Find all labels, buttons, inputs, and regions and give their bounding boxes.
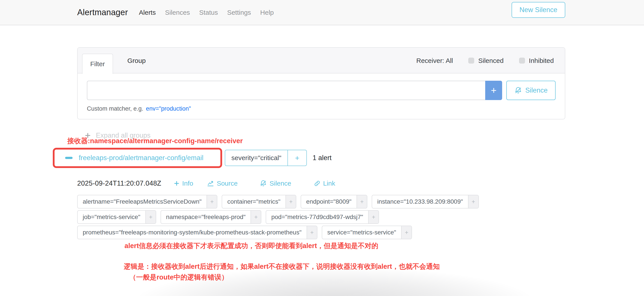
- alert-permalink[interactable]: Link: [314, 180, 335, 187]
- alert-source-link[interactable]: Source: [207, 180, 238, 187]
- bell-slash-icon: [260, 180, 267, 187]
- filter-panel-body: + Silence Custom matcher, e.g. env="prod…: [78, 74, 565, 112]
- alert-count: 1 alert: [312, 154, 332, 162]
- label-chip-add-button[interactable]: +: [250, 211, 261, 224]
- label-chip-add-button[interactable]: +: [146, 211, 156, 224]
- label-row-2: job="metrics-service" + namespace="freel…: [77, 210, 379, 224]
- label-chip-text[interactable]: prometheus="freeleaps-monitoring-system/…: [78, 226, 306, 239]
- nav-item-status[interactable]: Status: [199, 9, 218, 16]
- label-chip-text[interactable]: endpoint="8009": [301, 195, 356, 208]
- alertmanager-page: Alertmanager Alerts Silences Status Sett…: [0, 0, 644, 296]
- label-row-1: alertname="FreeleapsMetricsServiceDown" …: [77, 195, 479, 208]
- silenced-checkbox[interactable]: [468, 58, 474, 64]
- new-silence-button[interactable]: New Silence: [512, 2, 565, 18]
- alert-source-label: Source: [217, 180, 238, 187]
- nav-item-help[interactable]: Help: [260, 9, 274, 16]
- matcher-row: + Silence: [87, 81, 556, 100]
- group-matcher-chip: severity="critical" +: [225, 150, 307, 166]
- nav-item-silences[interactable]: Silences: [165, 9, 190, 16]
- nav-item-settings[interactable]: Settings: [227, 9, 251, 16]
- receiver-filter-label[interactable]: Receiver: All: [416, 57, 453, 64]
- group-matcher-add-button[interactable]: +: [288, 150, 306, 166]
- filter-silence-button[interactable]: Silence: [506, 81, 556, 100]
- alert-info-label: Info: [182, 180, 193, 187]
- alert-meta-row: 2025-09-24T11:20:07.048Z Info Source: [77, 178, 335, 189]
- alert-link-label: Link: [323, 180, 335, 187]
- label-chip-add-button[interactable]: +: [306, 226, 317, 239]
- label-chip: alertname="FreeleapsMetricsServiceDown" …: [77, 195, 217, 208]
- label-chip-add-button[interactable]: +: [368, 211, 378, 224]
- label-chip-text[interactable]: pod="metrics-77d9cdb497-wdsj7": [266, 211, 368, 224]
- label-chip-add-button[interactable]: +: [206, 195, 217, 208]
- filter-silence-label: Silence: [525, 86, 548, 94]
- label-chip: job="metrics-service" +: [77, 210, 156, 224]
- inhibited-label: Inhibited: [529, 57, 554, 64]
- label-chip-text[interactable]: container="metrics": [222, 195, 286, 208]
- matcher-input[interactable]: [87, 81, 485, 100]
- add-matcher-button[interactable]: +: [485, 81, 502, 100]
- label-chip-add-button[interactable]: +: [356, 195, 367, 208]
- label-chip-add-button[interactable]: +: [401, 226, 412, 239]
- label-chip-add-button[interactable]: +: [286, 195, 296, 208]
- chart-line-icon: [207, 180, 214, 187]
- label-row-3: prometheus="freeleaps-monitoring-system/…: [77, 226, 412, 239]
- label-chip: instance="10.233.98.209:8009" +: [372, 195, 479, 208]
- filter-panel-header: Filter Group Receiver: All Silenced Inhi…: [78, 48, 565, 74]
- alert-silence-link[interactable]: Silence: [260, 180, 291, 187]
- annotation-receiver-format: 接收器:namespace/altermanager-config-name/r…: [67, 136, 243, 146]
- annotation-alert-under-receiver: alert信息必须在接收器下才表示配置成功，否则即使能看到alert，但是通知是…: [124, 241, 378, 250]
- tab-group[interactable]: Group: [121, 48, 152, 74]
- label-chip: endpoint="8009" +: [301, 195, 367, 208]
- nav-item-alerts[interactable]: Alerts: [139, 9, 156, 16]
- matcher-example-link[interactable]: env="production": [146, 105, 191, 112]
- matcher-help-text: Custom matcher, e.g.: [87, 105, 144, 112]
- receiver-group-name[interactable]: freeleaps-prod/alertmanager-config/email: [79, 154, 204, 162]
- filter-panel: Filter Group Receiver: All Silenced Inhi…: [77, 47, 565, 120]
- label-chip: prometheus="freeleaps-monitoring-system/…: [77, 226, 318, 239]
- silenced-label: Silenced: [478, 57, 504, 64]
- label-chip-text[interactable]: service="metrics-service": [322, 226, 401, 239]
- annotation-logic-line: 逻辑是：接收器收到alert后进行通知，如果alert不在接收器下，说明接收器没…: [124, 262, 440, 271]
- plus-icon: [174, 180, 180, 186]
- matcher-help: Custom matcher, e.g. env="production": [87, 105, 556, 112]
- group-matcher-label[interactable]: severity="critical": [225, 150, 288, 166]
- link-icon: [314, 180, 321, 187]
- label-chip-add-button[interactable]: +: [468, 195, 478, 208]
- app-brand[interactable]: Alertmanager: [77, 8, 128, 17]
- alert-group-row: freeleaps-prod/alertmanager-config/email…: [53, 148, 332, 168]
- label-chip-text[interactable]: alertname="FreeleapsMetricsServiceDown": [78, 195, 206, 208]
- label-chip: namespace="freeleaps-prod" +: [160, 210, 262, 224]
- nav-links: Alerts Silences Status Settings Help: [139, 9, 274, 16]
- inhibited-checkbox[interactable]: [519, 58, 525, 64]
- filter-header-controls: Receiver: All Silenced Inhibited: [416, 48, 554, 74]
- tab-filter[interactable]: Filter: [82, 54, 113, 74]
- alert-timestamp: 2025-09-24T11:20:07.048Z: [77, 180, 161, 187]
- bell-slash-icon: [514, 86, 522, 94]
- label-chip-text[interactable]: job="metrics-service": [78, 211, 146, 224]
- label-chip: container="metrics" +: [222, 195, 296, 208]
- label-chip-text[interactable]: namespace="freeleaps-prod": [161, 211, 251, 224]
- alert-silence-label: Silence: [270, 180, 291, 187]
- collapse-group-minus-icon[interactable]: [65, 157, 72, 159]
- navbar: Alertmanager Alerts Silences Status Sett…: [0, 0, 644, 25]
- label-chip-text[interactable]: instance="10.233.98.209:8009": [372, 195, 468, 208]
- annotation-route-note: （一般是route中的逻辑有错误）: [129, 273, 228, 282]
- alert-info-link[interactable]: Info: [174, 180, 193, 187]
- receiver-group-highlight-box: freeleaps-prod/alertmanager-config/email: [53, 148, 222, 168]
- label-chip: pod="metrics-77d9cdb497-wdsj7" +: [266, 210, 379, 224]
- label-chip: service="metrics-service" +: [322, 226, 412, 239]
